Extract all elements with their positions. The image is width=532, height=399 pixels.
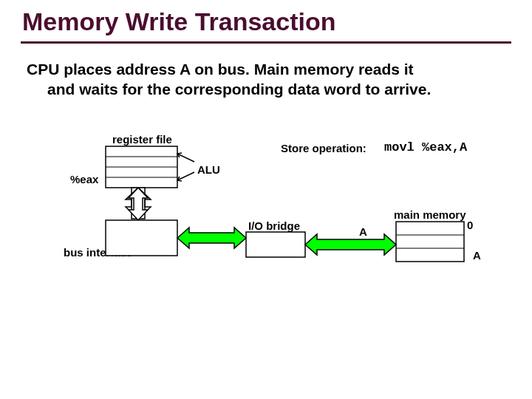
cpu-bus-arrow — [177, 228, 246, 248]
mem-bus-arrow — [305, 234, 396, 255]
diagram-svg — [0, 0, 532, 399]
main-memory-box — [396, 222, 464, 262]
svg-line-3 — [177, 154, 194, 162]
slide: Memory Write Transaction CPU places addr… — [0, 0, 532, 399]
regfile-alu-arrows — [177, 153, 194, 181]
svg-line-4 — [177, 172, 194, 180]
bus-interface-box — [106, 220, 177, 256]
